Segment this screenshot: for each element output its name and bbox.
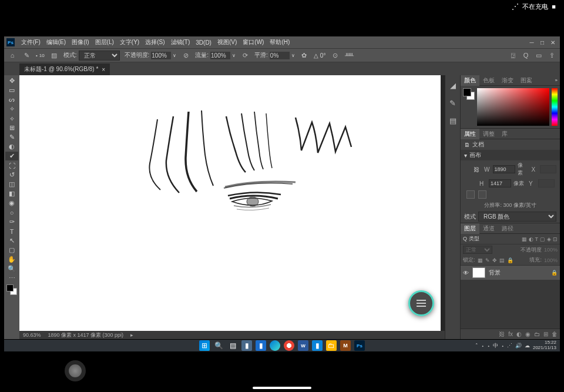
wand-tool[interactable]: ✧ — [5, 105, 18, 113]
smooth-options-icon[interactable]: ✿ — [300, 51, 309, 60]
lock-position-icon[interactable]: ✥ — [492, 257, 497, 263]
x-input[interactable] — [540, 165, 556, 173]
taskbar-app-2[interactable]: ▮ — [256, 340, 266, 351]
taskbar-photoshop-icon[interactable]: Ps — [354, 340, 365, 351]
brush-settings-icon[interactable]: ▨ — [49, 51, 59, 60]
shape-tool[interactable]: ▢ — [5, 246, 18, 254]
link-dimensions-icon[interactable]: ⛓ — [471, 166, 482, 173]
tab-adjustments[interactable]: 调整 — [479, 129, 498, 139]
pressure-size-icon[interactable]: ⊙ — [330, 51, 340, 60]
menu-file[interactable]: 文件(F) — [18, 38, 43, 46]
fg-color-swatch[interactable] — [6, 284, 14, 292]
eraser-tool[interactable]: ◫ — [5, 180, 18, 189]
explorer-icon[interactable]: 🗀 — [326, 340, 337, 351]
word-icon[interactable]: W — [298, 340, 308, 351]
layer-blend-select[interactable]: 正常 — [463, 246, 492, 254]
path-tool[interactable]: ↖ — [5, 236, 18, 245]
tab-patterns[interactable]: 图案 — [517, 75, 536, 86]
layer-thumbnail[interactable] — [472, 267, 485, 278]
width-input[interactable] — [493, 165, 515, 173]
lock-artboard-icon[interactable]: ▤ — [499, 257, 505, 263]
minimize-button[interactable]: ─ — [527, 38, 536, 46]
tab-swatches[interactable]: 色板 — [479, 75, 498, 86]
menu-edit[interactable]: 编辑(E) — [43, 38, 69, 46]
brush-settings-panel-icon[interactable]: ✎ — [448, 98, 458, 108]
color-swatches[interactable] — [6, 284, 17, 295]
layer-name[interactable]: 背景 — [489, 269, 501, 277]
brushes-panel-icon[interactable]: ◢ — [448, 80, 458, 91]
lock-transparency-icon[interactable]: ▦ — [478, 257, 483, 263]
brush-tool[interactable]: ✔ — [5, 152, 18, 160]
portrait-button[interactable] — [466, 190, 475, 199]
filter-smart-icon[interactable]: ◈ — [547, 236, 551, 242]
close-button[interactable]: ✕ — [548, 38, 558, 46]
edit-toolbar[interactable]: ⋯ — [5, 274, 18, 283]
menu-image[interactable]: 图像(I) — [69, 38, 92, 46]
eyedropper-tool[interactable]: ✎ — [5, 133, 18, 142]
filter-adjust-icon[interactable]: ◐ — [529, 236, 533, 242]
taskbar-clock[interactable]: 15:22 2021/11/13 — [533, 340, 556, 351]
frame-tool[interactable]: ⊞ — [5, 123, 18, 132]
history-brush-tool[interactable]: ↺ — [5, 170, 18, 179]
character-panel-icon[interactable]: ▤ — [448, 115, 458, 126]
pressure-opacity-icon[interactable]: ⊘ — [181, 51, 190, 60]
symmetry-icon[interactable]: ᚊ — [344, 51, 354, 60]
menu-layer[interactable]: 图层(L) — [92, 38, 117, 46]
tray-wifi-icon[interactable]: ⋰ — [507, 343, 512, 349]
home-icon[interactable]: ⌂ — [8, 51, 17, 60]
group-icon[interactable]: 🗀 — [534, 331, 540, 337]
fill-value[interactable]: 100% — [544, 257, 558, 263]
tab-libraries[interactable]: 库 — [498, 129, 511, 139]
hue-slider[interactable] — [552, 88, 558, 126]
tray-cloud-icon[interactable]: ☁ — [525, 343, 530, 349]
blend-mode-select[interactable]: 正常 — [79, 51, 120, 61]
tab-gradients[interactable]: 渐变 — [498, 75, 517, 86]
status-arrow-icon[interactable]: ▸ — [130, 332, 133, 338]
floating-menu-button[interactable] — [408, 290, 434, 316]
tab-paths[interactable]: 路径 — [498, 223, 517, 234]
lock-pixels-icon[interactable]: ✎ — [485, 257, 490, 263]
delete-layer-icon[interactable]: 🗑 — [552, 331, 558, 337]
type-tool[interactable]: T — [5, 227, 18, 236]
stamp-tool[interactable]: ⛶ — [5, 161, 18, 170]
visibility-icon[interactable]: 👁 — [463, 270, 469, 276]
cloud-icon[interactable]: Q — [521, 51, 531, 60]
layer-filter-label[interactable]: Q 类型 — [463, 235, 479, 243]
layer-opacity-value[interactable]: 100% — [544, 247, 558, 253]
document-canvas[interactable] — [19, 75, 441, 331]
heal-tool[interactable]: ◐ — [5, 142, 18, 151]
menu-type[interactable]: 文字(Y) — [117, 38, 142, 46]
menu-select[interactable]: 选择(S) — [142, 38, 167, 46]
dodge-tool[interactable]: ○ — [5, 208, 18, 217]
lasso-tool[interactable]: ᔕ — [5, 95, 18, 104]
tab-color[interactable]: 颜色 — [461, 75, 479, 86]
menu-filter[interactable]: 滤镜(T) — [168, 38, 193, 46]
disclosure-triangle-icon[interactable]: ▾ — [464, 152, 467, 159]
y-input[interactable] — [538, 179, 555, 187]
filter-shape-icon[interactable]: ▢ — [540, 236, 545, 242]
crop-tool[interactable]: ⟡ — [5, 114, 18, 123]
workspace-icon[interactable]: ▭ — [534, 51, 543, 60]
home-indicator[interactable] — [253, 387, 311, 389]
tab-close-icon[interactable]: × — [102, 66, 105, 73]
layer-fx-icon[interactable]: fx — [508, 331, 513, 337]
landscape-button[interactable] — [478, 190, 486, 199]
tab-channels[interactable]: 通道 — [479, 223, 498, 234]
lock-all-icon[interactable]: 🔒 — [507, 257, 513, 263]
color-panel-swatches[interactable] — [463, 88, 475, 100]
panel-collapse-icon[interactable]: » — [555, 78, 560, 83]
start-button[interactable]: ⊞ — [199, 340, 210, 351]
panel-fg-swatch[interactable] — [463, 88, 471, 96]
brush-preset-icon[interactable]: ✎ — [22, 51, 31, 60]
share-icon[interactable]: ⇪ — [547, 51, 556, 60]
smooth-input[interactable] — [270, 52, 290, 59]
tray-icon-2[interactable]: ⬩ — [487, 343, 490, 349]
opacity-input[interactable] — [151, 52, 171, 59]
color-field[interactable] — [477, 88, 549, 126]
search-button[interactable]: 🔍 — [213, 340, 224, 351]
tray-volume-icon[interactable]: 🔊 — [515, 343, 522, 349]
color-mode-select[interactable]: RGB 颜色 — [478, 212, 556, 222]
tab-properties[interactable]: 属性 — [461, 129, 479, 139]
search-icon[interactable]: ⍰ — [508, 51, 518, 60]
task-view-button[interactable]: ▤ — [227, 340, 238, 351]
